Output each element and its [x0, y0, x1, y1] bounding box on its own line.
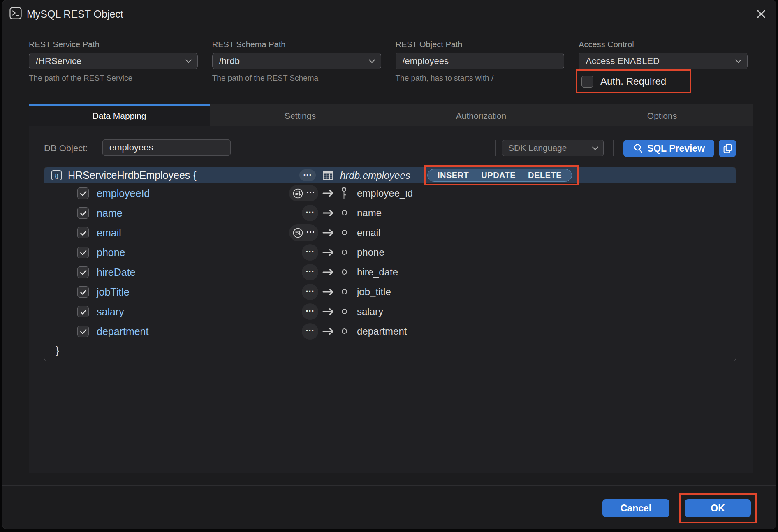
checkmark-icon: [79, 327, 88, 336]
field-checkbox[interactable]: [77, 207, 89, 219]
checkmark-icon: [79, 288, 88, 296]
rest-service-path-dropdown[interactable]: /HRService: [29, 53, 198, 69]
toolbar-divider: [495, 140, 496, 156]
search-icon: [633, 143, 644, 154]
mapping-tree: {} HRServiceHrdbEmployees { … hrdb.emplo…: [44, 167, 736, 361]
field-options-button[interactable]: …: [302, 205, 318, 221]
field-options-button[interactable]: …: [302, 244, 318, 261]
tab-settings[interactable]: Settings: [210, 104, 391, 126]
rest-object-name: HRServiceHrdbEmployees {: [68, 167, 197, 183]
field-options-button[interactable]: …: [302, 303, 318, 320]
maps-to-arrow-icon: [322, 268, 335, 276]
chevron-down-icon: [368, 57, 375, 63]
field-checkbox[interactable]: [77, 266, 89, 278]
crud-insert[interactable]: INSERT: [438, 171, 469, 180]
maps-to-arrow-icon: [322, 229, 335, 237]
json-object-icon: {}: [51, 170, 62, 181]
checkmark-icon: [79, 189, 88, 198]
db-table-name: hrdb.employees: [340, 167, 410, 183]
mapping-tree-header: {} HRServiceHrdbEmployees { … hrdb.emplo…: [44, 167, 736, 183]
mapping-rows: employeeId … … employee_id: [44, 183, 736, 341]
field-checkbox[interactable]: [77, 306, 89, 317]
field-checkbox[interactable]: [77, 187, 89, 199]
maps-to-arrow-icon: [322, 288, 335, 296]
field-options-button[interactable]: …: [302, 264, 318, 280]
mapping-row-salary: salary … … salary: [44, 302, 736, 322]
tab-authorization[interactable]: Authorization: [391, 104, 572, 126]
dialog-title: MySQL REST Object: [27, 8, 123, 20]
checkmark-icon: [79, 268, 88, 277]
primary-key-icon: [340, 187, 347, 201]
close-icon[interactable]: [754, 7, 768, 21]
checkmark-icon: [79, 209, 88, 217]
object-options-button[interactable]: …: [299, 169, 316, 181]
field-options-button[interactable]: …: [289, 224, 318, 241]
field-options-button[interactable]: …: [302, 284, 318, 300]
mapping-row-phone: phone … … phone: [44, 243, 736, 262]
db-object-label: DB Object:: [44, 143, 88, 154]
mapping-row-email: email … … email: [44, 223, 736, 243]
copy-icon: [722, 143, 733, 154]
mysql-rest-object-dialog: MySQL REST Object REST Service Path /HRS…: [2, 0, 776, 529]
field-checkbox[interactable]: [77, 227, 89, 238]
column-circle-icon: [342, 230, 347, 235]
ok-button[interactable]: OK: [685, 499, 751, 517]
closing-brace: }: [56, 341, 59, 359]
auth-required-checkbox[interactable]: [581, 76, 593, 88]
chevron-down-icon: [735, 57, 742, 63]
data-mapping-panel: DB Object: SDK Language SQL Preview: [29, 126, 753, 473]
auth-required-highlight: Auth. Required: [576, 69, 691, 93]
mapping-row-jobtitle: jobTitle … … job_title: [44, 282, 736, 302]
field-checkbox[interactable]: [77, 286, 89, 298]
svg-text:{}: {}: [55, 173, 59, 179]
form-field-rest-service-path: REST Service Path /HRService The path of…: [29, 40, 198, 83]
field-checkbox[interactable]: [77, 326, 89, 337]
rest-schema-path-dropdown[interactable]: /hrdb: [212, 53, 381, 69]
crud-delete[interactable]: DELETE: [528, 171, 562, 180]
rest-object-path-input[interactable]: /employees: [396, 53, 565, 69]
tab-data-mapping[interactable]: Data Mapping: [29, 104, 210, 126]
crud-update[interactable]: UPDATE: [481, 171, 516, 180]
reduce-to-field-icon: [292, 227, 304, 239]
mapping-row-employeeid: employeeId … … employee_id: [44, 183, 736, 203]
checkmark-icon: [79, 248, 88, 257]
maps-to-arrow-icon: [322, 308, 335, 316]
reduce-to-field-icon: [292, 187, 304, 199]
form-field-rest-object-path: REST Object Path /employees The path, ha…: [396, 40, 565, 83]
auth-required-label: Auth. Required: [600, 76, 666, 87]
access-control-dropdown[interactable]: Access ENABLED: [579, 53, 748, 69]
sdk-language-dropdown[interactable]: SDK Language: [502, 140, 604, 156]
footer-divider: [2, 485, 776, 486]
tab-bar: Data MappingSettingsAuthorizationOptions: [29, 104, 753, 126]
field-options-button[interactable]: …: [289, 185, 318, 201]
toolbar-divider: [613, 140, 614, 156]
column-circle-icon: [342, 289, 347, 294]
copy-button[interactable]: [719, 140, 736, 157]
sql-preview-button[interactable]: SQL Preview: [623, 140, 714, 157]
maps-to-arrow-icon: [322, 327, 335, 335]
column-circle-icon: [342, 328, 347, 334]
cancel-button[interactable]: Cancel: [602, 499, 669, 517]
crud-pill: INSERTUPDATEDELETE: [427, 169, 572, 182]
field-options-button[interactable]: …: [302, 323, 318, 340]
maps-to-arrow-icon: [322, 189, 335, 197]
chevron-down-icon: [592, 143, 599, 150]
mapping-row-hiredate: hireDate … … hire_date: [44, 262, 736, 282]
field-checkbox[interactable]: [77, 247, 89, 258]
terminal-icon: [9, 7, 22, 19]
maps-to-arrow-icon: [322, 248, 335, 257]
mapping-row-department: department … … department: [44, 322, 736, 341]
mapping-row-name: name … … name: [44, 203, 736, 223]
checkmark-icon: [79, 229, 88, 237]
column-circle-icon: [342, 269, 347, 275]
form-field-rest-schema-path: REST Schema Path /hrdb The path of the R…: [212, 40, 381, 83]
column-circle-icon: [342, 210, 347, 215]
column-circle-icon: [342, 250, 347, 255]
column-circle-icon: [342, 309, 347, 314]
tab-options[interactable]: Options: [572, 104, 753, 126]
table-icon: [322, 171, 333, 180]
db-object-input[interactable]: [102, 139, 231, 156]
chevron-down-icon: [185, 57, 192, 63]
checkmark-icon: [79, 308, 88, 316]
maps-to-arrow-icon: [322, 209, 335, 217]
